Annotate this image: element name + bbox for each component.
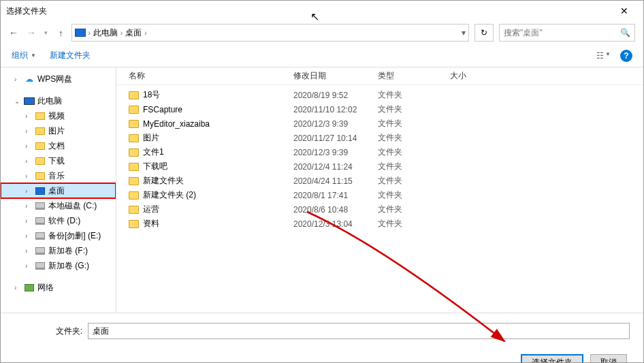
search-icon[interactable]: 🔍 [620, 28, 630, 37]
sidebar-item-downloads[interactable]: ›下载 [1, 153, 116, 168]
chevron-right-icon: › [120, 29, 123, 37]
folder-icon [35, 127, 45, 135]
sidebar-item-drive-c[interactable]: ›本地磁盘 (C:) [1, 198, 116, 213]
column-headers: 名称 修改日期 类型 大小 [116, 67, 643, 85]
file-list: 18号2020/8/19 9:52文件夹FSCapture2020/11/10 … [116, 85, 643, 313]
sidebar-item-video[interactable]: ›视频 [1, 108, 116, 123]
view-options-button[interactable]: ☷ ▼ [596, 51, 611, 61]
file-date: 2020/8/19 9:52 [293, 91, 378, 100]
sidebar-item-documents[interactable]: ›文档 [1, 138, 116, 153]
drive-icon [35, 247, 45, 255]
up-button[interactable]: ↑ [59, 28, 63, 38]
back-button[interactable]: ← [9, 27, 18, 38]
file-name: 文件1 [143, 146, 164, 158]
sidebar-item-drive-f[interactable]: ›新加卷 (F:) [1, 243, 116, 258]
file-date: 2020/12/3 13:04 [293, 219, 378, 229]
file-name: 新建文件夹 (2) [143, 189, 196, 201]
file-name: 18号 [143, 89, 160, 101]
select-folder-button[interactable]: 选择文件夹 [521, 354, 583, 363]
search-input[interactable] [504, 28, 620, 37]
sidebar-item-drive-g[interactable]: ›新加卷 (G:) [1, 258, 116, 273]
desktop-icon [35, 187, 45, 195]
file-row[interactable]: 新建文件夹 (2)2020/8/1 17:41文件夹 [122, 188, 638, 202]
cancel-button[interactable]: 取消 [590, 354, 627, 363]
folder-icon [35, 112, 45, 120]
file-type: 文件夹 [378, 218, 450, 230]
pc-icon [75, 29, 86, 37]
column-date[interactable]: 修改日期 [293, 70, 378, 82]
file-name: 下载吧 [143, 161, 167, 172]
folder-icon [35, 157, 45, 165]
drive-icon [35, 217, 45, 225]
pc-icon [24, 97, 35, 105]
file-type: 文件夹 [378, 189, 450, 201]
dialog-title: 选择文件夹 [6, 5, 611, 17]
sidebar-item-desktop[interactable]: ›桌面 [1, 183, 116, 198]
organize-button[interactable]: 组织 ▼ [12, 50, 36, 61]
sidebar-item-network[interactable]: ›网络 [1, 280, 116, 295]
file-row[interactable]: 资料2020/12/3 13:04文件夹 [122, 217, 638, 231]
chevron-right-icon: › [88, 29, 91, 37]
file-type: 文件夹 [378, 161, 450, 172]
file-name: 资料 [143, 218, 159, 230]
column-type[interactable]: 类型 [378, 70, 450, 82]
folder-icon [129, 106, 139, 114]
sidebar-item-pictures[interactable]: ›图片 [1, 123, 116, 138]
network-icon [25, 284, 34, 291]
file-date: 2020/8/6 10:48 [293, 205, 378, 215]
cloud-icon: ☁ [24, 74, 35, 84]
file-row[interactable]: 下载吧2020/12/4 11:24文件夹 [122, 159, 638, 174]
refresh-button[interactable]: ↻ [474, 24, 494, 42]
help-button[interactable]: ? [620, 50, 632, 62]
file-row[interactable]: 文件12020/12/3 9:39文件夹 [122, 145, 638, 159]
file-name: 图片 [143, 132, 159, 144]
file-type: 文件夹 [378, 204, 450, 215]
file-name: MyEditor_xiazaiba [143, 119, 210, 129]
file-type: 文件夹 [378, 118, 450, 129]
sidebar: › ☁ WPS网盘 ⌄ 此电脑 ›视频 ›图片 ›文档 ›下载 ›音乐 ›桌面 … [1, 67, 116, 313]
file-date: 2020/8/1 17:41 [293, 191, 378, 200]
folder-icon [129, 220, 139, 228]
recent-dropdown-icon[interactable]: ▾ [44, 29, 48, 36]
column-size[interactable]: 大小 [450, 70, 504, 82]
file-row[interactable]: 18号2020/8/19 9:52文件夹 [122, 88, 638, 102]
chevron-down-icon: ▼ [31, 52, 36, 59]
sidebar-item-drive-e[interactable]: ›备份[勿删] (E:) [1, 228, 116, 243]
folder-icon [129, 148, 139, 157]
sidebar-item-this-pc[interactable]: ⌄ 此电脑 [1, 93, 116, 108]
folder-icon [129, 206, 139, 214]
forward-button[interactable]: → [27, 27, 36, 38]
file-name: FSCapture [143, 105, 182, 114]
collapse-icon[interactable]: ⌄ [14, 97, 21, 105]
drive-icon [35, 262, 45, 270]
folder-input[interactable] [88, 323, 630, 339]
file-row[interactable]: MyEditor_xiazaiba2020/12/3 9:39文件夹 [122, 116, 638, 131]
breadcrumb-current[interactable]: 桌面 [125, 27, 142, 39]
file-row[interactable]: 运营2020/8/6 10:48文件夹 [122, 202, 638, 217]
sidebar-item-drive-d[interactable]: ›软件 (D:) [1, 213, 116, 228]
breadcrumb-root[interactable]: 此电脑 [93, 27, 118, 39]
file-type: 文件夹 [378, 146, 450, 158]
sidebar-item-music[interactable]: ›音乐 [1, 168, 116, 183]
folder-icon [129, 163, 139, 171]
chevron-down-icon[interactable]: ▾ [462, 28, 466, 37]
file-row[interactable]: 新建文件夹2020/4/24 11:15文件夹 [122, 174, 638, 188]
drive-icon [35, 202, 45, 210]
file-date: 2020/4/24 11:15 [293, 176, 378, 186]
expand-icon[interactable]: › [14, 76, 21, 83]
file-name: 运营 [143, 204, 159, 215]
file-row[interactable]: FSCapture2020/11/10 12:02文件夹 [122, 102, 638, 116]
column-name[interactable]: 名称 [122, 70, 293, 82]
file-date: 2020/11/10 12:02 [293, 105, 378, 114]
folder-icon [129, 191, 139, 200]
close-button[interactable]: ✕ [611, 5, 638, 16]
folder-icon [129, 91, 139, 99]
file-date: 2020/12/3 9:39 [293, 119, 378, 129]
breadcrumb[interactable]: › 此电脑 › 桌面 › ▾ [71, 24, 470, 42]
search-box[interactable]: 🔍 [499, 24, 635, 42]
file-type: 文件夹 [378, 132, 450, 144]
new-folder-button[interactable]: 新建文件夹 [50, 50, 91, 61]
sidebar-item-wps[interactable]: › ☁ WPS网盘 [1, 72, 116, 86]
folder-icon [129, 134, 139, 142]
file-row[interactable]: 图片2020/11/27 10:14文件夹 [122, 131, 638, 145]
